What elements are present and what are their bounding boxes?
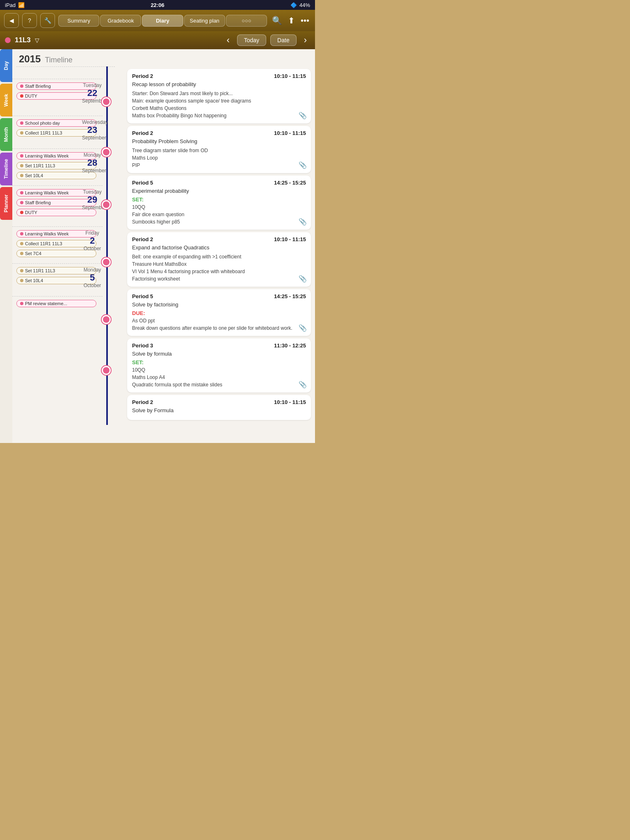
status-left: iPad 📶	[5, 2, 25, 8]
lesson-time-3: 14:25 - 15:25	[274, 180, 306, 186]
event-dot-pink4	[20, 191, 23, 194]
year-number: 2015	[19, 53, 41, 65]
tab-diary[interactable]: Diary	[142, 15, 183, 27]
tab-seating[interactable]: Seating plan	[184, 15, 225, 27]
lesson-title-7: Solve by Formula	[132, 407, 306, 413]
day-month-mon28: September	[82, 168, 103, 173]
sidebar-item-timeline[interactable]: Timeline	[0, 153, 12, 185]
day-name-tue29: Tuesday	[82, 189, 103, 195]
status-right: 🔷 44%	[290, 2, 310, 8]
lesson-due-label-5: DUE:	[132, 310, 306, 316]
sidebar-item-month[interactable]: Month	[0, 118, 12, 151]
tab-more[interactable]: ○○○	[226, 15, 267, 27]
event-dot-pink	[20, 84, 23, 88]
wifi-icon: 📶	[18, 2, 25, 8]
lesson-card-1[interactable]: Period 2 10:10 - 11:15 Recap lesson of p…	[127, 69, 311, 123]
date-mon28: Monday 28 September	[82, 152, 103, 173]
prev-nav-button[interactable]: ‹	[223, 35, 233, 46]
event-dot-beige3	[20, 174, 23, 177]
lesson-period-1: Period 2	[132, 73, 153, 79]
event-label-16: PM review stateme...	[25, 301, 67, 306]
lesson-card-2[interactable]: Period 2 10:10 - 11:15 Probability Probl…	[127, 126, 311, 173]
dot-mon28	[102, 200, 111, 209]
day-section-tue29: Learning Walks Week Staff Briefing DUTY …	[12, 185, 103, 226]
lesson-time-5: 14:25 - 15:25	[274, 293, 306, 299]
day-num-mon28: 28	[82, 158, 103, 168]
right-cards-panel: Period 2 10:10 - 11:15 Recap lesson of p…	[119, 66, 315, 425]
lesson-time-6: 11:30 - 12:25	[274, 342, 306, 349]
tab-summary[interactable]: Summary	[58, 15, 99, 27]
sidebar-item-planner[interactable]: Planner	[0, 187, 12, 220]
day-name-fri2: Friday	[82, 230, 103, 236]
clip-icon-5: 📎	[299, 324, 307, 332]
nav-bar: ◀ ? 🔧 Summary Gradebook Diary Seating pl…	[0, 10, 315, 31]
timeline-label: Timeline	[45, 56, 72, 64]
lesson-title-3: Experimental probability	[132, 188, 306, 194]
day-section-last: PM review stateme...	[12, 296, 103, 321]
date-tue22: Tuesday 22 September	[82, 82, 103, 104]
day-month-mon5: October	[82, 283, 103, 288]
lesson-card-3[interactable]: Period 5 14:25 - 15:25 Experimental prob…	[127, 176, 311, 230]
event-dot-pink3	[20, 154, 23, 158]
dot-mon5	[102, 366, 111, 375]
sidebar-item-week[interactable]: Week	[0, 84, 12, 116]
event-label-14: Set 11R1 11L3	[25, 268, 55, 273]
event-label-3: School photo day	[25, 121, 60, 126]
tab-gradebook[interactable]: Gradebook	[100, 15, 141, 27]
lesson-period-6: Period 3	[132, 342, 153, 349]
day-num-tue29: 29	[82, 195, 103, 205]
dot-wed23	[102, 148, 111, 157]
day-month-wed23: September	[82, 135, 103, 141]
lesson-period-2: Period 2	[132, 130, 153, 136]
event-label-7: Set 10L4	[25, 173, 43, 178]
share-button[interactable]: ⬆	[286, 14, 297, 27]
event-label-8: Learning Walks Week	[25, 190, 68, 195]
back-button[interactable]: ◀	[4, 13, 19, 28]
day-month-tue29: September	[82, 205, 103, 210]
event-label-5: Learning Walks Week	[25, 153, 68, 158]
lesson-set-label-6: SET:	[132, 359, 306, 365]
bluetooth-icon: 🔷	[290, 2, 297, 8]
lesson-period-3: Period 5	[132, 180, 153, 186]
lesson-title-6: Solve by formula	[132, 351, 306, 357]
event-pm-review[interactable]: PM review stateme...	[16, 300, 96, 307]
day-section-mon5: Set 11R1 11L3 Set 10L4 Monday 5 October	[12, 263, 103, 296]
help-button[interactable]: ?	[22, 13, 37, 28]
lesson-card-5[interactable]: Period 5 14:25 - 15:25 Solve by factoris…	[127, 289, 311, 336]
event-label-6: Set 11R1 11L3	[25, 163, 55, 168]
date-wed23: Wednesday 23 September	[82, 119, 103, 141]
event-label-10: DUTY	[25, 210, 37, 215]
clip-icon-4: 📎	[299, 275, 307, 283]
side-tabs: Day Week Month Timeline Planner	[0, 49, 12, 443]
event-label-2: DUTY	[25, 94, 37, 98]
day-num-tue22: 22	[82, 88, 103, 98]
event-label-12: Collect 11R1 11L3	[25, 241, 62, 246]
event-dot-red	[20, 94, 23, 98]
event-dot-pink6	[20, 232, 23, 235]
lesson-body-3: 10QQ Fair dice exam question Sumbooks hi…	[132, 203, 306, 226]
ipad-label: iPad	[5, 2, 16, 8]
event-dot-beige2	[20, 164, 23, 167]
class-color-dot	[5, 37, 11, 43]
lesson-card-4[interactable]: Period 2 10:10 - 11:15 Expand and factor…	[127, 232, 311, 287]
day-name-mon28: Monday	[82, 152, 103, 158]
filter-icon[interactable]: ▽	[35, 37, 39, 43]
day-name-tue22: Tuesday	[82, 82, 103, 88]
day-section-mon28: Learning Walks Week Set 11R1 11L3 Set 10…	[12, 148, 103, 185]
class-name-label: 11L3	[15, 36, 31, 44]
dot-fri2	[102, 315, 111, 324]
event-dot-beige	[20, 131, 23, 135]
more-options-button[interactable]: •••	[299, 14, 311, 27]
settings-button[interactable]: 🔧	[40, 13, 55, 28]
search-button[interactable]: 🔍	[270, 14, 284, 27]
event-label-13: Set 7C4	[25, 251, 41, 256]
next-nav-button[interactable]: ›	[301, 35, 310, 46]
lesson-card-7[interactable]: Period 2 10:10 - 11:15 Solve by Formula	[127, 395, 311, 420]
event-label-11: Learning Walks Week	[25, 231, 68, 236]
sidebar-item-day[interactable]: Day	[0, 49, 12, 82]
date-button[interactable]: Date	[270, 34, 297, 46]
lesson-title-5: Solve by factorising	[132, 301, 306, 308]
lesson-card-6[interactable]: Period 3 11:30 - 12:25 Solve by formula …	[127, 338, 311, 393]
today-button[interactable]: Today	[237, 34, 266, 46]
lesson-set-label-3: SET:	[132, 196, 306, 203]
